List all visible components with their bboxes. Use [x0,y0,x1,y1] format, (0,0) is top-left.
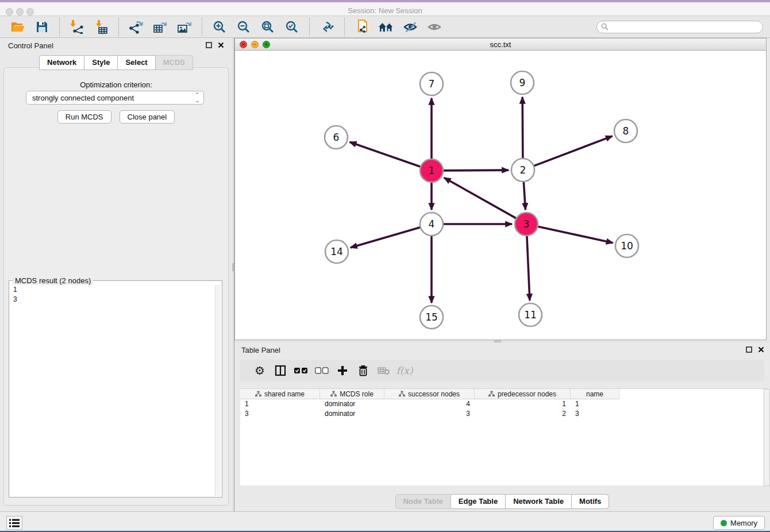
graph-edge-4-14[interactable] [351,227,422,248]
create-column-button[interactable] [332,362,353,379]
column-header-name[interactable]: name [571,389,619,399]
graph-edge-1-2[interactable] [442,170,509,171]
cell-name[interactable]: 3 [571,409,619,419]
close-panel-button[interactable]: Close panel [120,110,175,124]
graph-edge-1-6[interactable] [350,142,422,167]
network-view-window: ✕ − + scc.txt 7968124314101511 [234,38,767,340]
cell-name[interactable]: 1 [571,399,619,409]
two-houses-icon [378,21,394,33]
tab-style[interactable]: Style [84,55,118,70]
save-session-button[interactable] [32,18,52,36]
duplicate-network-icon [355,20,369,34]
export-network-button[interactable] [126,18,146,36]
float-panel-icon[interactable] [206,42,212,48]
network-graph[interactable]: 7968124314101511 [235,51,766,340]
first-neighbors-button[interactable] [376,18,396,36]
cell-predecessor-nodes[interactable]: 2 [475,409,571,419]
table-scrollbar[interactable] [764,389,770,486]
column-header-shared-name[interactable]: shared name [240,389,320,399]
search-field[interactable] [596,21,763,33]
column-header-successor-nodes[interactable]: successor nodes [384,389,475,399]
graph-edge-3-11[interactable] [527,234,530,300]
table-options-button[interactable]: ⚙ [249,362,270,379]
zoom-selected-button[interactable] [282,18,302,36]
cell-shared-name[interactable]: 1 [240,399,320,409]
open-session-button[interactable] [8,18,28,36]
mcds-result-scrollbar[interactable] [215,285,221,496]
import-network-button[interactable] [67,18,87,36]
graph-edge-3-1[interactable] [444,178,518,219]
deselect-all-columns-button[interactable] [311,362,332,379]
tab-select[interactable]: Select [118,55,155,70]
cell-mcds-role[interactable]: dominator [320,409,384,419]
delete-column-button[interactable] [353,362,374,379]
memory-label: Memory [730,519,757,527]
function-builder-button-disabled: f(x) [394,362,415,379]
tab-network[interactable]: Network [39,55,84,70]
column-header-mcds-role[interactable]: MCDS role [320,389,384,399]
trash-icon [358,365,368,376]
network-canvas[interactable]: 7968124314101511 [235,51,766,340]
close-panel-icon[interactable] [218,42,224,48]
import-network-icon [70,20,84,34]
refresh-icon [320,20,334,34]
select-all-columns-button[interactable] [291,362,311,379]
zoom-in-button[interactable] [210,18,229,36]
show-all-button[interactable] [425,18,444,36]
hide-selected-button[interactable] [401,18,420,36]
export-image-button[interactable] [175,18,194,36]
save-floppy-icon [36,21,48,33]
tab-mcds[interactable]: MCDS [156,55,193,70]
columns-icon [275,365,286,376]
graph-edge-2-8[interactable] [533,136,613,167]
export-network-icon [129,20,144,34]
tab-network-table[interactable]: Network Table [506,494,572,509]
column-tree-icon [255,391,261,397]
mcds-result-title: MCDS result (2 nodes) [13,276,93,285]
column-tree-icon [488,391,495,397]
graph-edge-2-3[interactable] [523,180,525,210]
zoom-fit-button[interactable] [258,18,278,36]
table-panel-title: Table Panel [241,346,280,354]
table-panel: Table Panel ⚙ f(x) [234,342,770,511]
cell-predecessor-nodes[interactable]: 1 [475,399,571,409]
table-row[interactable]: 1 dominator 4 1 1 [240,399,768,409]
show-column-button[interactable] [270,362,291,379]
mcds-panel-body: Optimization criterion: strongly connect… [3,67,229,506]
column-tree-icon [399,391,405,397]
unchecked-boxes-icon [315,367,329,374]
cell-successor-nodes[interactable]: 3 [384,409,475,419]
table-row[interactable]: 3 dominator 3 2 3 [240,409,768,419]
close-panel-icon[interactable] [758,346,764,353]
zoom-selected-icon [285,20,299,34]
export-table-button[interactable] [151,18,170,36]
graph-node-label-11: 11 [524,309,537,321]
zoom-out-button[interactable] [234,18,253,36]
network-view-titlebar[interactable]: ✕ − + scc.txt [235,38,766,51]
optimization-criterion-select[interactable]: strongly connected component ⌃⌄ [26,91,204,105]
tab-node-table[interactable]: Node Table [395,494,451,509]
fx-icon: f(x) [396,365,413,376]
toolbar-separator [118,18,119,36]
apply-layout-button[interactable] [317,18,337,36]
splitter-grip[interactable] [232,263,234,271]
cell-successor-nodes[interactable]: 4 [384,399,475,409]
memory-button[interactable]: Memory [713,516,765,530]
select-value: strongly connected component [32,94,134,102]
tab-edge-table[interactable]: Edge Table [451,494,506,509]
toolbar-separator [59,18,60,36]
float-panel-icon[interactable] [746,346,752,353]
mcds-result-text[interactable]: 1 3 [10,285,215,496]
import-table-button[interactable] [91,18,111,36]
cell-shared-name[interactable]: 3 [240,409,320,419]
task-history-button[interactable] [6,516,22,530]
run-mcds-button[interactable]: Run MCDS [57,110,111,124]
graph-edge-2-9[interactable] [522,97,523,160]
new-network-from-selection-button[interactable] [352,18,372,36]
graph-edge-3-10[interactable] [537,226,613,243]
control-panel-title: Control Panel [8,41,53,50]
cell-mcds-role[interactable]: dominator [320,399,384,409]
tab-motifs[interactable]: Motifs [572,494,609,509]
column-header-predecessor-nodes[interactable]: predecessor nodes [475,389,571,399]
search-input[interactable] [611,23,754,31]
